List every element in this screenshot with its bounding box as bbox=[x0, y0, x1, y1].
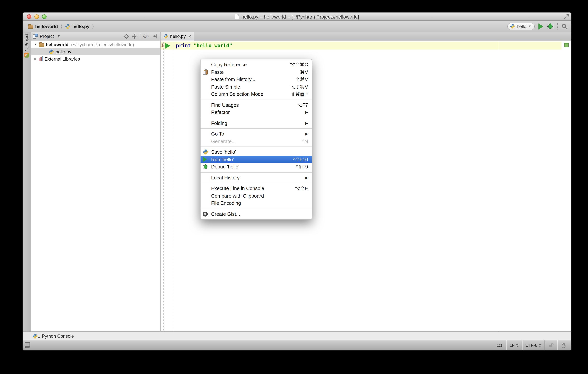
python-icon bbox=[32, 333, 38, 339]
document-icon bbox=[235, 14, 239, 19]
python-file-icon bbox=[163, 34, 168, 39]
tree-expanded-icon[interactable]: ▼ bbox=[34, 43, 37, 46]
libraries-icon bbox=[39, 56, 43, 61]
project-panel-header: Project ▼ bbox=[31, 32, 160, 41]
menu-item-paste-from-history[interactable]: Paste from History... ⇧⌘V bbox=[200, 76, 312, 83]
menu-item-execute-line-in-console[interactable]: Execute Line in Console ⌥⇧E bbox=[200, 185, 312, 192]
inspections-profile-cell[interactable] bbox=[557, 340, 570, 350]
editor-context-menu: Copy Reference ⌥⇧⌘C Paste ⌘V Paste from … bbox=[200, 59, 312, 220]
line-number: 1 bbox=[161, 42, 163, 50]
menu-item-generate[interactable]: Generate... ^N bbox=[200, 138, 312, 145]
menu-separator bbox=[200, 172, 312, 172]
menu-item-paste-simple[interactable]: Paste Simple ⌥⇧⌘V bbox=[200, 83, 312, 90]
status-bar: 1:1 LF UTF-8 bbox=[23, 340, 571, 350]
console-arrow-icon: ▸ bbox=[38, 335, 40, 339]
header-divider bbox=[139, 33, 140, 39]
chevron-right-icon: ⟩ bbox=[61, 23, 63, 29]
editor-tab-bar: hello.py × bbox=[161, 32, 571, 41]
tree-row-root[interactable]: ▼ helloworld (~/PycharmProjects/hellowor… bbox=[31, 41, 160, 48]
tab-title: hello.py bbox=[170, 34, 186, 39]
locate-file-icon[interactable] bbox=[124, 33, 129, 39]
menu-separator bbox=[200, 183, 312, 183]
menu-item-create-gist[interactable]: Create Gist... bbox=[200, 210, 312, 218]
menu-item-paste[interactable]: Paste ⌘V bbox=[200, 68, 312, 76]
inspection-status-square[interactable] bbox=[564, 43, 569, 47]
line-separator-cell[interactable]: LF bbox=[506, 340, 522, 350]
folder-icon bbox=[39, 43, 44, 47]
caret-position: 1:1 bbox=[497, 343, 503, 348]
toolbar-divider bbox=[557, 23, 558, 30]
navigation-bar: helloworld ⟩ hello.py ⟩ hello ▼ bbox=[23, 21, 571, 32]
readonly-lock-cell[interactable] bbox=[545, 340, 557, 350]
code-string: "hello world" bbox=[191, 43, 232, 48]
window-title: hello.py – helloworld – [~/PycharmProjec… bbox=[242, 14, 359, 20]
left-tool-stripe: 1: Project bbox=[23, 32, 30, 331]
menu-separator bbox=[200, 147, 312, 147]
run-icon bbox=[203, 157, 207, 162]
project-panel-title[interactable]: Project bbox=[40, 33, 54, 39]
tree-root-name: helloworld bbox=[46, 42, 68, 47]
debug-button[interactable] bbox=[547, 23, 554, 30]
breadcrumb: helloworld ⟩ hello.py ⟩ bbox=[28, 21, 95, 32]
python-file-icon bbox=[65, 24, 70, 29]
tree-root-path: (~/PycharmProjects/helloworld) bbox=[71, 42, 134, 47]
encoding: UTF-8 bbox=[525, 343, 537, 348]
breadcrumb-file[interactable]: hello.py bbox=[72, 24, 89, 29]
code-line-1: print "hello world" bbox=[176, 42, 232, 50]
menu-item-copy-reference[interactable]: Copy Reference ⌥⇧⌘C bbox=[200, 61, 312, 68]
line-separator: LF bbox=[510, 343, 514, 348]
right-margin-guide bbox=[499, 41, 499, 331]
submenu-arrow-icon: ▶ bbox=[305, 121, 308, 125]
tree-file-name: hello.py bbox=[56, 49, 71, 54]
debug-bug-icon bbox=[203, 164, 209, 170]
inspector-hector-icon bbox=[561, 342, 567, 348]
chevron-down-icon[interactable]: ▼ bbox=[57, 34, 60, 38]
python-console-label: Python Console bbox=[42, 333, 74, 339]
menu-item-debug-hello[interactable]: Debug 'hello' ^⇧F9 bbox=[200, 163, 312, 171]
spinner-arrows-icon bbox=[539, 343, 541, 347]
tree-row-external-libraries[interactable]: ▶ External Libraries bbox=[31, 55, 160, 63]
submenu-arrow-icon: ▶ bbox=[305, 176, 308, 180]
tool-window-button-project[interactable]: 1: Project bbox=[23, 34, 30, 75]
python-icon bbox=[510, 24, 515, 29]
menu-separator bbox=[200, 118, 312, 118]
tree-collapsed-icon[interactable]: ▶ bbox=[34, 57, 37, 61]
menu-item-find-usages[interactable]: Find Usages ⌥F7 bbox=[200, 101, 312, 109]
chevron-right-icon: ⟩ bbox=[92, 23, 94, 29]
encoding-cell[interactable]: UTF-8 bbox=[522, 340, 545, 350]
run-line-marker-icon[interactable] bbox=[165, 43, 170, 49]
menu-item-column-selection-mode[interactable]: Column Selection Mode ⇧⌘▦ * bbox=[200, 90, 312, 98]
toggle-toolwindows-icon[interactable] bbox=[25, 342, 30, 347]
python-icon bbox=[203, 149, 209, 155]
menu-item-go-to[interactable]: Go To ▶ bbox=[200, 130, 312, 138]
folder-icon bbox=[28, 25, 33, 29]
menu-item-refactor[interactable]: Refactor ▶ bbox=[200, 109, 312, 116]
paste-icon bbox=[203, 69, 209, 75]
fullscreen-icon[interactable] bbox=[563, 14, 569, 20]
python-console-button[interactable]: ▸ Python Console bbox=[32, 331, 74, 340]
menu-item-run-hello[interactable]: Run 'hello' ^⇧F10 bbox=[200, 156, 312, 163]
menu-separator bbox=[200, 99, 312, 100]
hide-panel-icon[interactable] bbox=[153, 33, 158, 39]
menu-item-save-hello[interactable]: Save 'hello' bbox=[200, 148, 312, 156]
menu-separator bbox=[200, 128, 312, 129]
bottom-tool-window-bar: ▸ Python Console bbox=[23, 331, 571, 340]
menu-item-file-encoding[interactable]: File Encoding bbox=[200, 200, 312, 207]
menu-item-folding[interactable]: Folding ▶ bbox=[200, 119, 312, 127]
collapse-all-icon[interactable] bbox=[131, 33, 137, 39]
tab-hello-py[interactable]: hello.py × bbox=[161, 32, 194, 41]
tree-row-hello-py[interactable]: hello.py bbox=[31, 48, 160, 55]
menu-item-local-history[interactable]: Local History ▶ bbox=[200, 174, 312, 181]
python-file-icon bbox=[49, 49, 54, 54]
breadcrumb-project[interactable]: helloworld bbox=[35, 24, 58, 29]
submenu-arrow-icon: ▶ bbox=[305, 110, 308, 115]
unlock-icon bbox=[548, 342, 554, 348]
search-icon[interactable] bbox=[562, 23, 567, 29]
run-configuration-name: hello bbox=[517, 24, 526, 29]
settings-gear-icon[interactable]: ⚙ ▼ bbox=[142, 33, 150, 39]
run-button[interactable] bbox=[538, 23, 543, 29]
run-configuration-select[interactable]: hello ▼ bbox=[507, 22, 535, 30]
close-tab-icon[interactable]: × bbox=[189, 34, 191, 39]
caret-position-cell[interactable]: 1:1 bbox=[493, 340, 506, 350]
menu-item-compare-with-clipboard[interactable]: Compare with Clipboard bbox=[200, 192, 312, 200]
